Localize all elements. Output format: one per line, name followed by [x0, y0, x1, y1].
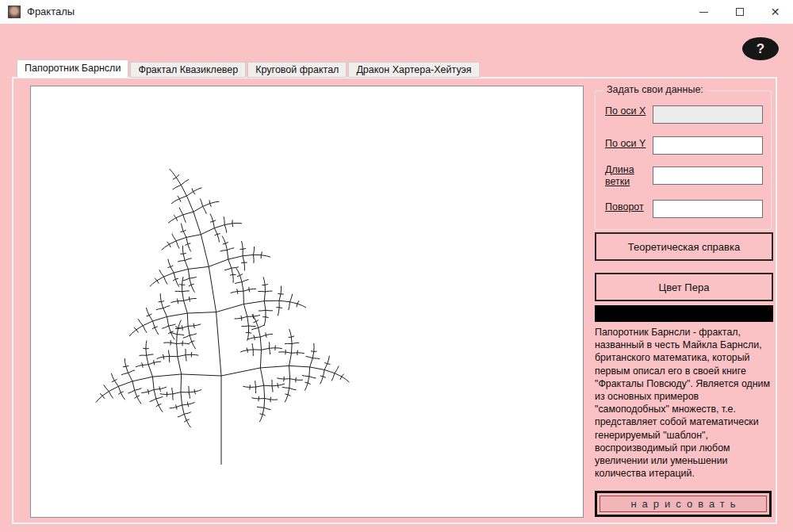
fractal-canvas-box: [30, 86, 584, 518]
maximize-icon: [736, 8, 744, 16]
maximize-button[interactable]: [722, 0, 757, 24]
groupbox-caption: Задать свои данные:: [603, 84, 707, 95]
tab-barnsley-fern[interactable]: Папоротник Барнсли: [17, 59, 128, 78]
rotation-label: Поворот: [605, 201, 644, 213]
tab-quasiclover-fractal[interactable]: Фрактал Квазиклевер: [130, 62, 246, 78]
draw-button[interactable]: нарисовать: [595, 491, 772, 517]
rotation-input[interactable]: [653, 200, 763, 218]
fractal-drawing: [31, 86, 583, 517]
app-window: Фракталы ✕ ? Папоротник Барнсли Фрактал …: [0, 0, 793, 532]
title-bar: Фракталы ✕: [0, 0, 793, 24]
close-icon: ✕: [771, 6, 780, 17]
window-controls: ✕: [686, 0, 793, 24]
help-button[interactable]: ?: [742, 37, 779, 60]
minimize-button[interactable]: [686, 0, 722, 24]
tab-harter-heighway-dragon[interactable]: Дракон Хартера-Хейтуэя: [348, 62, 479, 78]
axis-y-label: По оси Y: [605, 138, 646, 150]
axis-y-input[interactable]: [653, 136, 763, 155]
draw-button-label: нарисовать: [600, 496, 767, 512]
branch-length-input[interactable]: [653, 166, 763, 185]
app-icon: [8, 6, 21, 18]
axis-x-label: По оси X: [605, 105, 646, 117]
tab-strip: Папоротник Барнсли Фрактал Квазиклевер К…: [17, 59, 480, 78]
pen-color-button[interactable]: Цвет Пера: [595, 273, 773, 301]
window-title: Фракталы: [27, 0, 75, 24]
branch-length-label: Длина ветки: [605, 164, 649, 188]
theory-reference-button[interactable]: Теоретическая справка: [595, 232, 773, 261]
fractal-description: Папоротник Барнсли - фрактал, названный …: [595, 326, 776, 480]
minimize-icon: [699, 12, 708, 13]
tab-circular-fractal[interactable]: Круговой фрактал: [247, 62, 347, 78]
axis-x-input: [653, 105, 763, 124]
pen-color-swatch: [595, 305, 773, 322]
settings-panel: Задать свои данные: По оси X По оси Y Дл…: [595, 86, 774, 524]
close-button[interactable]: ✕: [757, 0, 793, 24]
